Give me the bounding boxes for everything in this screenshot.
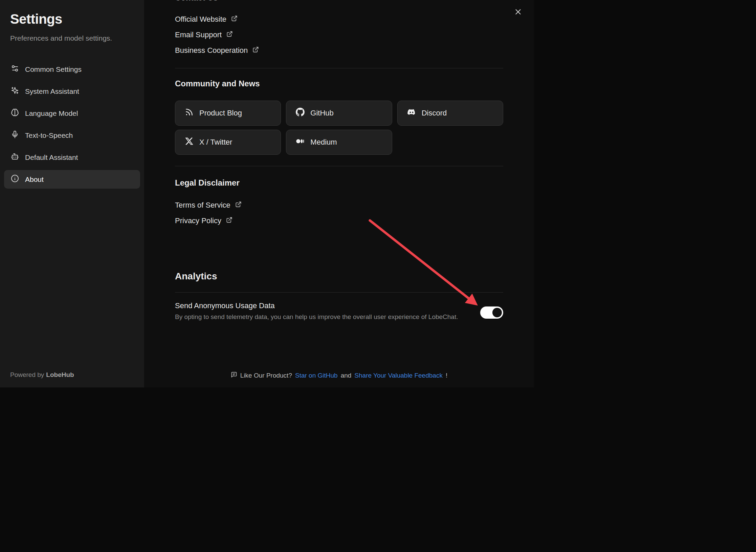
business-cooperation-link[interactable]: Business Cooperation (175, 43, 259, 58)
github-icon (296, 108, 305, 119)
page-title: Settings (10, 12, 134, 27)
toggle-knob (492, 308, 502, 317)
community-heading: Community and News (175, 79, 503, 89)
medium-icon (296, 137, 305, 148)
terms-of-service-link[interactable]: Terms of Service (175, 197, 242, 213)
sparkles-icon (11, 86, 19, 96)
external-link-icon (226, 216, 232, 225)
settings-nav: Common Settings System Assistant Languag… (4, 60, 140, 189)
mic-icon (11, 130, 19, 140)
medium-button[interactable]: Medium (286, 130, 392, 155)
powered-by-text: Powered by (10, 371, 44, 378)
sidebar-item-text-to-speech[interactable]: Text-to-Speech (4, 126, 140, 145)
external-link-icon (226, 30, 233, 39)
button-label: Discord (422, 109, 447, 118)
sidebar-item-system-assistant[interactable]: System Assistant (4, 82, 140, 101)
about-settings-content: Contact Us Official Website Email Suppor… (144, 0, 534, 387)
link-label: Business Cooperation (175, 46, 248, 55)
github-button[interactable]: GitHub (286, 101, 392, 126)
sidebar-item-label: Default Assistant (25, 153, 78, 162)
page-subtitle: Preferences and model settings. (10, 34, 134, 42)
button-label: X / Twitter (199, 138, 232, 147)
product-blog-button[interactable]: Product Blog (175, 101, 281, 126)
external-link-icon (231, 15, 238, 24)
brain-icon (11, 108, 19, 118)
sidebar-item-common-settings[interactable]: Common Settings (4, 60, 140, 79)
settings-sidebar: Settings Preferences and model settings.… (0, 0, 144, 387)
lobehub-brand[interactable]: LobeHub (46, 371, 74, 378)
sidebar-item-label: Language Model (25, 109, 78, 118)
usage-data-description: By opting to send telemetry data, you ca… (175, 313, 458, 321)
analytics-heading: Analytics (175, 271, 503, 282)
divider (175, 292, 503, 293)
official-website-link[interactable]: Official Website (175, 12, 238, 27)
sliders-icon (11, 64, 19, 74)
usage-data-title: Send Anonymous Usage Data (175, 301, 458, 310)
external-link-icon (252, 46, 259, 55)
bot-icon (11, 152, 19, 162)
link-label: Privacy Policy (175, 216, 221, 225)
star-on-github-link[interactable]: Star on GitHub (295, 372, 338, 379)
settings-modal: Settings Preferences and model settings.… (0, 0, 534, 387)
footer-conjunction: and (341, 372, 352, 379)
sidebar-item-label: Common Settings (25, 65, 82, 73)
link-label: Terms of Service (175, 201, 230, 210)
content-footer: Like Our Product? Star on GitHub and Sha… (144, 371, 534, 380)
usage-data-texts: Send Anonymous Usage Data By opting to s… (175, 301, 458, 321)
sidebar-item-label: System Assistant (25, 87, 79, 95)
footer-prompt: Like Our Product? (240, 372, 292, 379)
button-label: Medium (310, 138, 337, 147)
button-label: GitHub (310, 109, 333, 118)
discord-icon (407, 108, 416, 119)
contact-links: Official Website Email Support Business … (175, 12, 503, 58)
divider (175, 166, 503, 166)
sidebar-item-label: About (25, 175, 44, 184)
discord-button[interactable]: Discord (397, 101, 503, 126)
rss-icon (185, 108, 194, 119)
usage-data-toggle[interactable] (480, 306, 503, 319)
sidebar-item-default-assistant[interactable]: Default Assistant (4, 148, 140, 167)
footer-suffix: ! (446, 372, 447, 379)
powered-by: Powered byLobeHub (10, 371, 74, 379)
divider (175, 68, 503, 68)
share-feedback-link[interactable]: Share Your Valuable Feedback (354, 372, 443, 379)
button-label: Product Blog (199, 109, 242, 118)
link-label: Official Website (175, 15, 226, 24)
close-icon[interactable] (513, 7, 523, 17)
message-icon (231, 371, 237, 380)
legal-links: Terms of Service Privacy Policy (175, 197, 503, 229)
sidebar-item-language-model[interactable]: Language Model (4, 104, 140, 123)
usage-data-setting: Send Anonymous Usage Data By opting to s… (175, 301, 503, 321)
community-buttons: Product Blog GitHub Discord X / Twitter … (175, 101, 503, 155)
legal-heading: Legal Disclaimer (175, 177, 503, 189)
sidebar-item-about[interactable]: About (4, 170, 140, 189)
external-link-icon (235, 201, 242, 210)
privacy-policy-link[interactable]: Privacy Policy (175, 213, 232, 229)
contact-section-heading-cutoff: Contact Us (175, 0, 503, 3)
link-label: Email Support (175, 30, 222, 39)
email-support-link[interactable]: Email Support (175, 27, 233, 43)
contact-heading: Contact Us (175, 0, 503, 2)
sidebar-item-label: Text-to-Speech (25, 131, 73, 140)
x-twitter-button[interactable]: X / Twitter (175, 130, 281, 155)
info-icon (11, 174, 19, 184)
x-icon (185, 137, 194, 148)
